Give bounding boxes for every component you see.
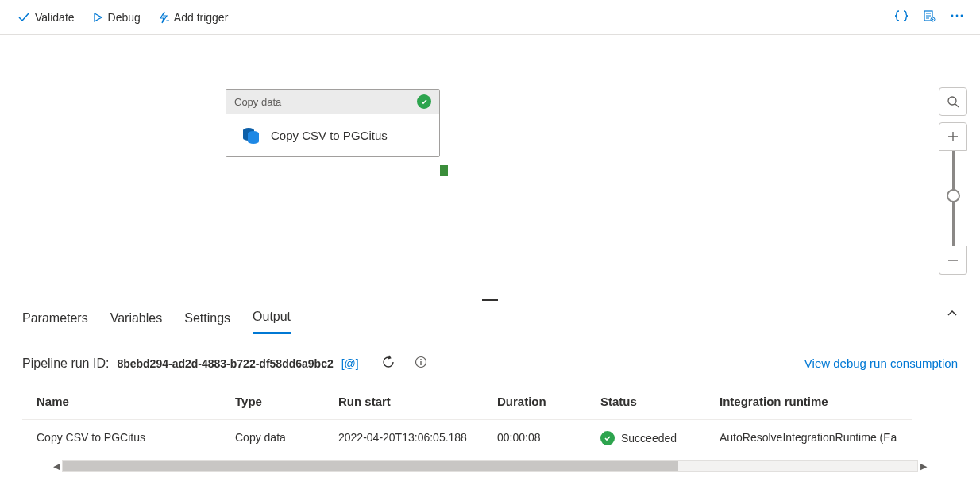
- toolbar-right: [889, 5, 969, 29]
- cell-status: Succeeded: [586, 420, 705, 457]
- status-success-icon: [600, 431, 615, 445]
- col-runstart[interactable]: Run start: [324, 383, 483, 420]
- run-id-row: Pipeline run ID: 8bebd294-ad2d-4883-b722…: [0, 334, 980, 383]
- svg-rect-11: [420, 361, 421, 365]
- code-view-button[interactable]: [889, 5, 913, 29]
- toolbar-left: Validate Debug + Add trigger: [11, 6, 234, 29]
- activity-body: Copy CSV to PGCitus: [226, 114, 439, 156]
- col-duration[interactable]: Duration: [483, 383, 586, 420]
- col-type[interactable]: Type: [221, 383, 324, 420]
- properties-button[interactable]: [918, 5, 940, 29]
- col-name[interactable]: Name: [22, 383, 221, 420]
- add-trigger-button[interactable]: + Add trigger: [152, 6, 234, 29]
- tab-settings[interactable]: Settings: [184, 311, 230, 333]
- output-tabs: Parameters Variables Settings Output: [0, 302, 980, 334]
- output-table: Name Type Run start Duration Status Inte…: [22, 383, 958, 457]
- svg-point-3: [951, 15, 954, 17]
- cell-runtime: AutoResolveIntegrationRuntime (Ea: [705, 420, 912, 457]
- zoom-slider-track[interactable]: [952, 151, 955, 246]
- zoom-in-button[interactable]: [939, 122, 967, 151]
- svg-point-10: [420, 359, 422, 360]
- refresh-icon: [381, 355, 395, 369]
- activity-type-label: Copy data: [234, 96, 281, 108]
- plus-icon: [947, 131, 959, 142]
- scroll-right-arrow[interactable]: ▶: [918, 461, 929, 472]
- col-runtime[interactable]: Integration runtime: [705, 383, 912, 420]
- debug-button[interactable]: Debug: [86, 6, 147, 29]
- copy-run-id-button[interactable]: [@]: [341, 357, 359, 370]
- zoom-slider-thumb[interactable]: [947, 189, 960, 202]
- braces-icon: [894, 10, 909, 22]
- cell-status-text: Succeeded: [621, 432, 677, 445]
- minus-icon: [947, 255, 959, 266]
- zoom-panel: [939, 87, 967, 275]
- lightning-icon: +: [158, 11, 169, 24]
- svg-point-8: [948, 97, 956, 105]
- view-debug-consumption-link[interactable]: View debug run consumption: [804, 356, 958, 370]
- tab-output[interactable]: Output: [253, 310, 291, 334]
- cell-type: Copy data: [221, 420, 324, 457]
- cell-name: Copy CSV to PGCitus: [22, 420, 221, 457]
- tab-parameters[interactable]: Parameters: [22, 311, 88, 333]
- success-connector[interactable]: [440, 165, 448, 176]
- activity-header: Copy data: [226, 90, 439, 114]
- collapse-panel-button[interactable]: [947, 308, 958, 322]
- fit-to-screen-button[interactable]: [939, 87, 967, 116]
- chevron-up-icon: [947, 308, 958, 319]
- canvas[interactable]: Copy data Copy CSV to PGCitus: [0, 35, 980, 299]
- cell-duration: 00:00:08: [483, 420, 586, 457]
- tab-variables[interactable]: Variables: [110, 311, 163, 333]
- activity-name: Copy CSV to PGCitus: [271, 129, 388, 142]
- play-icon: [92, 12, 103, 23]
- database-icon: [241, 125, 261, 145]
- svg-text:+: +: [166, 17, 169, 24]
- copy-data-activity[interactable]: Copy data Copy CSV to PGCitus: [226, 89, 440, 157]
- svg-point-4: [956, 15, 959, 17]
- run-id-label: Pipeline run ID:: [22, 356, 109, 371]
- success-icon: [417, 94, 431, 109]
- debug-label: Debug: [108, 11, 141, 24]
- properties-icon: [923, 10, 936, 22]
- refresh-button[interactable]: [381, 355, 395, 372]
- info-button[interactable]: [415, 356, 427, 371]
- ellipsis-icon: [950, 10, 964, 22]
- col-status[interactable]: Status: [586, 383, 705, 420]
- cell-runstart: 2022-04-20T13:06:05.188: [324, 420, 483, 457]
- table-header-row: Name Type Run start Duration Status Inte…: [22, 383, 958, 420]
- zoom-out-button[interactable]: [939, 246, 967, 275]
- scroll-thumb[interactable]: [63, 461, 678, 471]
- validate-label: Validate: [35, 11, 75, 24]
- svg-point-5: [961, 15, 963, 17]
- validate-button[interactable]: Validate: [11, 6, 81, 29]
- table-row[interactable]: Copy CSV to PGCitus Copy data 2022-04-20…: [22, 420, 958, 457]
- search-icon: [947, 95, 959, 108]
- scroll-track[interactable]: [62, 460, 918, 472]
- info-icon: [415, 356, 427, 368]
- scroll-left-arrow[interactable]: ◀: [51, 461, 62, 472]
- run-id-value: 8bebd294-ad2d-4883-b722-df58dd6a9bc2: [117, 357, 333, 370]
- horizontal-scrollbar[interactable]: ◀ ▶: [51, 460, 929, 472]
- toolbar: Validate Debug + Add trigger: [0, 0, 980, 35]
- checkmark-icon: [17, 11, 30, 24]
- more-button[interactable]: [945, 5, 969, 29]
- add-trigger-label: Add trigger: [174, 11, 228, 24]
